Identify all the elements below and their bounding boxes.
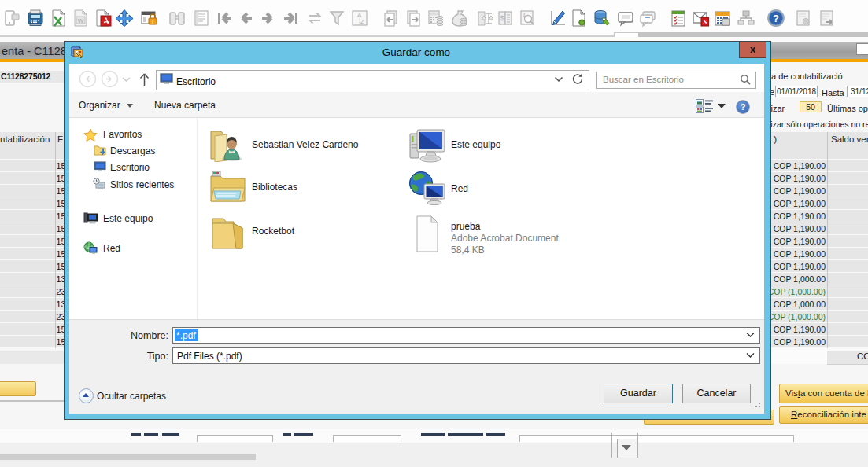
svg-text:$: $ xyxy=(500,14,504,22)
svg-text:?: ? xyxy=(773,13,779,24)
svg-text:4: 4 xyxy=(523,13,526,18)
svg-text:W: W xyxy=(78,17,84,24)
svg-text:Z: Z xyxy=(360,18,364,25)
svg-text:S: S xyxy=(703,18,707,26)
svg-text:T: T xyxy=(151,19,154,24)
